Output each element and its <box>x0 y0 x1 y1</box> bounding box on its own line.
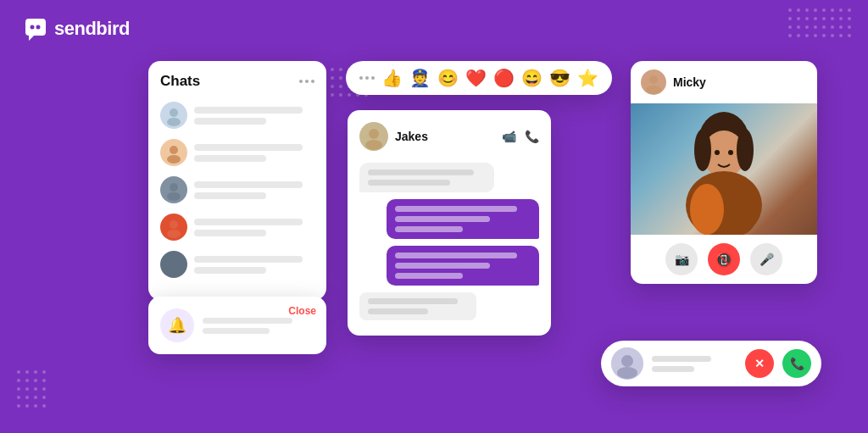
svg-point-14 <box>649 75 658 84</box>
svg-point-26 <box>621 355 633 367</box>
sendbird-logo-icon <box>20 15 47 42</box>
video-call-header: Micky <box>631 61 817 103</box>
avatar <box>160 102 187 129</box>
mic-icon: 🎤 <box>760 253 774 266</box>
svg-point-7 <box>167 192 181 201</box>
video-call-avatar <box>641 69 666 95</box>
bell-icon: 🔔 <box>168 316 186 335</box>
chat-list-item[interactable] <box>160 214 314 241</box>
incoming-call-bar: ✕ 📞 <box>601 341 821 386</box>
conversation-avatar <box>359 122 388 151</box>
svg-point-23 <box>715 150 720 155</box>
notification-card: 🔔 Close <box>148 297 326 354</box>
chat-list-item[interactable] <box>160 176 314 203</box>
notification-icon-wrapper: 🔔 <box>160 308 194 342</box>
video-preview <box>631 103 817 235</box>
svg-point-2 <box>170 108 178 117</box>
video-call-card: Micky 📷 📵 <box>631 61 817 284</box>
notification-content <box>203 318 314 334</box>
avatar <box>160 251 187 278</box>
svg-point-11 <box>167 267 181 275</box>
svg-point-13 <box>365 140 382 150</box>
chat-list-card: Chats <box>148 61 326 300</box>
video-toggle-button[interactable]: 📷 <box>665 243 698 275</box>
emoji-star[interactable]: ⭐ <box>577 68 598 88</box>
decline-icon: ✕ <box>754 357 765 370</box>
notification-close-button[interactable]: Close <box>288 305 316 317</box>
avatar <box>160 176 187 203</box>
svg-point-3 <box>167 118 181 126</box>
accept-call-button[interactable]: 📞 <box>782 349 811 378</box>
message-received-small <box>359 292 476 320</box>
chat-item-lines <box>194 107 314 125</box>
chat-item-lines <box>194 181 314 199</box>
chat-item-lines <box>194 256 314 274</box>
message-received <box>359 163 494 192</box>
chat-list-header: Chats <box>160 73 314 90</box>
emoji-reaction-bar: 👍 👮 😊 ❤️ 🔴 😄 😎 ⭐ <box>346 61 612 95</box>
svg-point-12 <box>369 129 379 139</box>
svg-point-27 <box>617 367 637 379</box>
message-sent-2 <box>387 246 539 286</box>
decorative-dots-top-right <box>788 8 851 37</box>
emoji-thumbsup[interactable]: 👍 <box>381 68 403 88</box>
emoji-laugh[interactable]: 😄 <box>521 68 542 88</box>
video-call-controls: 📷 📵 🎤 <box>631 235 817 284</box>
svg-point-9 <box>167 230 181 238</box>
incoming-call-info <box>652 356 737 372</box>
emoji-red-circle[interactable]: 🔴 <box>493 68 515 88</box>
chat-item-lines <box>194 144 314 162</box>
logo-text: sendbird <box>54 18 130 40</box>
svg-point-19 <box>737 129 754 171</box>
svg-point-8 <box>170 220 178 229</box>
end-call-icon: 📵 <box>715 252 732 268</box>
chat-item-lines <box>194 219 314 236</box>
svg-point-5 <box>167 155 181 164</box>
conversation-action-icons: 📹 📞 <box>502 130 539 143</box>
message-sent <box>387 199 539 239</box>
svg-point-6 <box>170 183 178 192</box>
emoji-police[interactable]: 👮 <box>409 68 431 88</box>
svg-point-18 <box>694 129 711 171</box>
video-call-icon[interactable]: 📹 <box>502 130 516 143</box>
svg-point-4 <box>170 146 178 154</box>
chat-list-item[interactable] <box>160 139 314 166</box>
svg-point-10 <box>170 258 178 266</box>
decorative-dots-bottom-left <box>17 370 46 408</box>
chat-list-title: Chats <box>160 73 200 90</box>
avatar <box>160 139 187 166</box>
svg-point-21 <box>690 184 724 235</box>
chat-conversation-card: Jakes 📹 📞 <box>348 110 551 336</box>
svg-point-1 <box>36 25 41 30</box>
incoming-call-avatar <box>611 347 643 380</box>
conversation-header: Jakes 📹 📞 <box>359 122 539 151</box>
accept-icon: 📞 <box>790 357 804 370</box>
emoji-cool[interactable]: 😎 <box>549 68 570 88</box>
conversation-name: Jakes <box>395 130 495 143</box>
logo: sendbird <box>20 15 130 42</box>
video-call-name: Micky <box>673 75 706 89</box>
emoji-heart[interactable]: ❤️ <box>465 68 487 88</box>
svg-point-0 <box>31 25 35 30</box>
emoji-bar-dots <box>359 76 375 80</box>
phone-call-icon[interactable]: 📞 <box>525 130 539 143</box>
svg-point-24 <box>728 150 733 155</box>
avatar <box>160 214 187 241</box>
emoji-smile[interactable]: 😊 <box>437 68 459 88</box>
mic-toggle-button[interactable]: 🎤 <box>750 243 782 275</box>
decline-call-button[interactable]: ✕ <box>745 349 774 378</box>
camera-icon: 📷 <box>675 253 689 266</box>
chat-list-item[interactable] <box>160 251 314 278</box>
chat-list-menu-button[interactable] <box>299 80 314 83</box>
svg-point-15 <box>646 86 661 94</box>
end-call-button[interactable]: 📵 <box>708 243 740 275</box>
svg-point-22 <box>724 184 758 235</box>
chat-list-item[interactable] <box>160 102 314 129</box>
